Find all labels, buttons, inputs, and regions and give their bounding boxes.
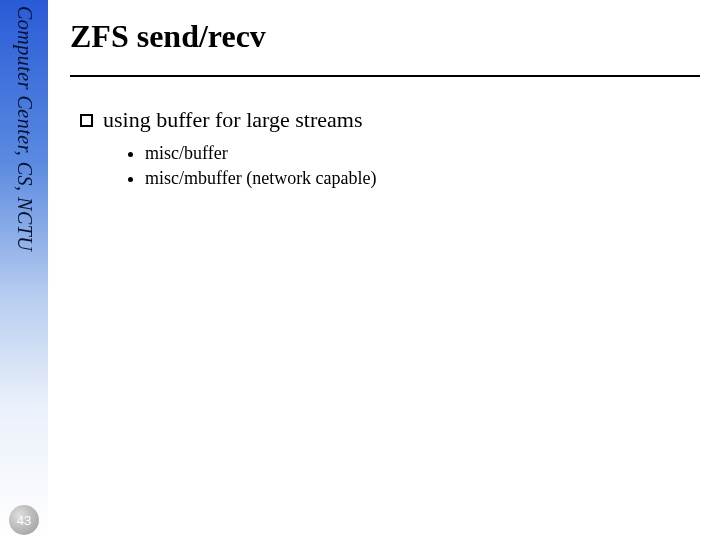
title-underline — [70, 75, 700, 77]
dot-bullet-icon — [128, 152, 133, 157]
bullet-level1: using buffer for large streams — [80, 107, 700, 133]
page-number: 43 — [9, 505, 39, 535]
sidebar-affiliation: Computer Center, CS, NCTU — [13, 6, 36, 251]
page-number-container: 43 — [0, 500, 48, 540]
sidebar: Computer Center, CS, NCTU — [0, 0, 48, 540]
bullet-level2-text: misc/mbuffer (network capable) — [145, 168, 377, 189]
content-area: ZFS send/recv using buffer for large str… — [70, 0, 700, 540]
dot-bullet-icon — [128, 177, 133, 182]
square-bullet-icon — [80, 114, 93, 127]
slide: Computer Center, CS, NCTU 43 ZFS send/re… — [0, 0, 720, 540]
slide-title: ZFS send/recv — [70, 0, 700, 55]
bullet-level1-text: using buffer for large streams — [103, 107, 362, 133]
bullet-level2-text: misc/buffer — [145, 143, 228, 164]
bullet-level2: misc/mbuffer (network capable) — [128, 168, 700, 189]
bullet-level2: misc/buffer — [128, 143, 700, 164]
